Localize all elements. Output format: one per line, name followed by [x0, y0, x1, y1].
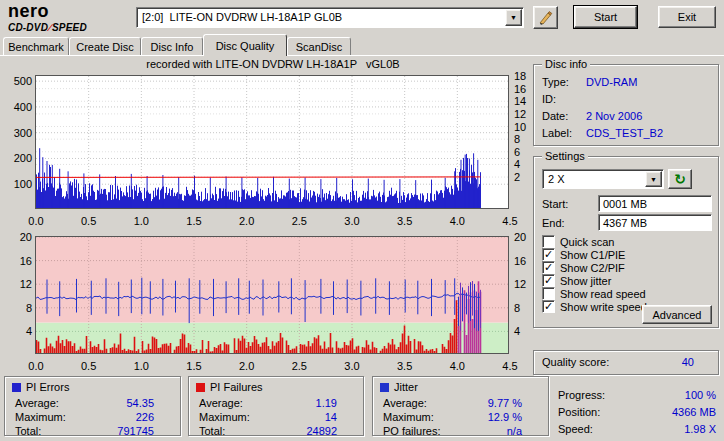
axis-tick-label: 2.5 — [286, 215, 312, 227]
axis-tick-label: 300 — [6, 127, 32, 139]
exit-button[interactable]: Exit — [658, 6, 716, 28]
axis-tick-label: 18 — [514, 70, 534, 82]
pif-jitter-chart — [35, 236, 509, 354]
axis-tick-label: 3.5 — [392, 215, 418, 227]
status-row: Position:4366 MB — [548, 403, 718, 420]
start-mb-field[interactable]: 0001 MB — [598, 195, 712, 212]
disc-date-value: 2 Nov 2006 — [586, 110, 642, 122]
checkbox-show-c2-pif[interactable]: ✓Show C2/PIF — [542, 261, 625, 274]
disc-info-title: Disc info — [542, 58, 590, 70]
speed-value: 1.98 X — [684, 423, 716, 435]
dropdown-arrow-glyph: ▼ — [650, 176, 657, 183]
axis-tick-label: 0.0 — [23, 215, 49, 227]
stat-row: PO failures:n/a — [383, 424, 522, 438]
hand-tool-button[interactable] — [533, 6, 558, 29]
disc-info-group: Disc info Type:DVD-RAM ID: Date:2 Nov 20… — [533, 64, 719, 146]
axis-tick-label: 0.0 — [23, 360, 49, 372]
axis-tick-label: 4.5 — [497, 360, 523, 372]
stat-row: Maximum:12.9 % — [383, 410, 522, 424]
disc-info-row: ID: — [542, 90, 714, 107]
disc-info-rows: Type:DVD-RAM ID: Date:2 Nov 2006 Label:C… — [542, 73, 714, 141]
jitter-stats: Jitter Average:9.77 % Maximum:12.9 % PO … — [372, 376, 549, 436]
start-button[interactable]: Start — [574, 6, 637, 28]
settings-title: Settings — [542, 150, 588, 162]
axis-tick-label: 20 — [6, 231, 32, 243]
axis-tick-label: 2 — [514, 171, 534, 183]
chevron-down-icon[interactable]: ▼ — [505, 9, 522, 26]
stat-title: PI Errors — [26, 381, 69, 393]
axis-tick-label: 8 — [514, 302, 534, 314]
axis-tick-label: 4.5 — [497, 215, 523, 227]
checkbox-box[interactable]: ✓ — [542, 274, 555, 287]
tab-create-disc[interactable]: Create Disc — [69, 37, 141, 55]
advanced-button[interactable]: Advanced — [642, 305, 712, 324]
pi-failures-stats: PI Failures Average:1.19 Maximum:14 Tota… — [188, 376, 364, 436]
logo-nero-text: nero — [8, 2, 132, 20]
axis-tick-label: 16 — [6, 255, 32, 267]
checkbox-box[interactable] — [542, 235, 555, 248]
checkbox-show-jitter[interactable]: ✓Show jitter — [542, 274, 611, 287]
axis-tick-label: 10 — [514, 121, 534, 133]
stat-row: Maximum:14 — [199, 410, 337, 424]
quality-score-label: Quality score: — [542, 356, 609, 368]
axis-tick-label: 16 — [514, 83, 534, 95]
tab-benchmark[interactable]: Benchmark — [3, 37, 69, 55]
tab-scandisc[interactable]: ScanDisc — [287, 37, 351, 55]
checkbox-show-c1-pie[interactable]: ✓Show C1/PIE — [542, 248, 625, 261]
start-mb-value: 0001 MB — [603, 198, 647, 210]
axis-tick-label: 6 — [514, 146, 534, 158]
checkbox-quick-scan[interactable]: Quick scan — [542, 235, 614, 248]
stat-row: Average:1.19 — [199, 396, 337, 410]
axis-tick-label: 8 — [6, 302, 32, 314]
axis-tick-label: 2.5 — [286, 360, 312, 372]
status-row: Progress:100 % — [548, 386, 718, 403]
disc-info-row: Date:2 Nov 2006 — [542, 107, 714, 124]
nero-logo: nero CD-DVD∕SPEED — [8, 2, 132, 32]
drive-select[interactable]: [2:0] LITE-ON DVDRW LH-18A1P GL0B ▼ — [136, 7, 524, 28]
axis-tick-label: 8 — [514, 133, 534, 145]
hand-pen-icon — [538, 10, 554, 26]
refresh-button[interactable]: ↻ — [668, 169, 692, 189]
axis-tick-label: 2.0 — [234, 360, 260, 372]
checkbox-show-read-speed[interactable]: Show read speed — [542, 287, 646, 300]
quality-score-value: 40 — [682, 356, 694, 368]
progress-value: 100 % — [685, 389, 716, 401]
chevron-down-icon[interactable]: ▼ — [645, 171, 662, 187]
checkbox-box[interactable]: ✓ — [542, 300, 555, 313]
stat-row: Average:54.35 — [15, 396, 154, 410]
jitter-swatch — [380, 383, 389, 392]
refresh-icon: ↻ — [674, 172, 686, 186]
checkbox-show-write-speed[interactable]: ✓Show write speed — [542, 300, 647, 313]
pi-errors-swatch — [12, 383, 21, 392]
stat-row: Average:9.77 % — [383, 396, 522, 410]
tab-disc-quality[interactable]: Disc Quality — [203, 34, 287, 56]
disc-label-value: CDS_TEST_B2 — [586, 127, 663, 139]
axis-tick-label: 4 — [514, 325, 534, 337]
checkbox-box[interactable]: ✓ — [542, 248, 555, 261]
quality-score-box: Quality score: 40 — [533, 350, 719, 375]
axis-tick-label: 0.5 — [76, 215, 102, 227]
pi-errors-chart — [35, 75, 509, 209]
axis-tick-label: 2.0 — [234, 215, 260, 227]
axis-tick-label: 0.5 — [76, 360, 102, 372]
axis-tick-label: 4 — [514, 158, 534, 170]
end-mb-label: End: — [542, 217, 565, 229]
axis-tick-label: 14 — [514, 95, 534, 107]
dropdown-arrow-glyph: ▼ — [510, 14, 517, 21]
axis-tick-label: 4.0 — [444, 360, 470, 372]
disc-type-value: DVD-RAM — [586, 76, 637, 88]
axis-tick-label: 3.0 — [339, 215, 365, 227]
axis-tick-label: 400 — [6, 101, 32, 113]
tab-disc-info[interactable]: Disc Info — [141, 37, 203, 55]
speed-select-value: 2 X — [548, 173, 565, 185]
checkbox-box[interactable]: ✓ — [542, 261, 555, 274]
speed-select[interactable]: 2 X ▼ — [542, 169, 664, 189]
end-mb-field[interactable]: 4367 MB — [598, 214, 712, 231]
axis-tick-label: 3.0 — [339, 360, 365, 372]
axis-tick-label: 1.5 — [181, 360, 207, 372]
position-value: 4366 MB — [672, 406, 716, 418]
checkbox-box[interactable] — [542, 287, 555, 300]
start-mb-label: Start: — [542, 198, 568, 210]
axis-tick-label: 1.5 — [181, 215, 207, 227]
axis-tick-label: 100 — [6, 178, 32, 190]
